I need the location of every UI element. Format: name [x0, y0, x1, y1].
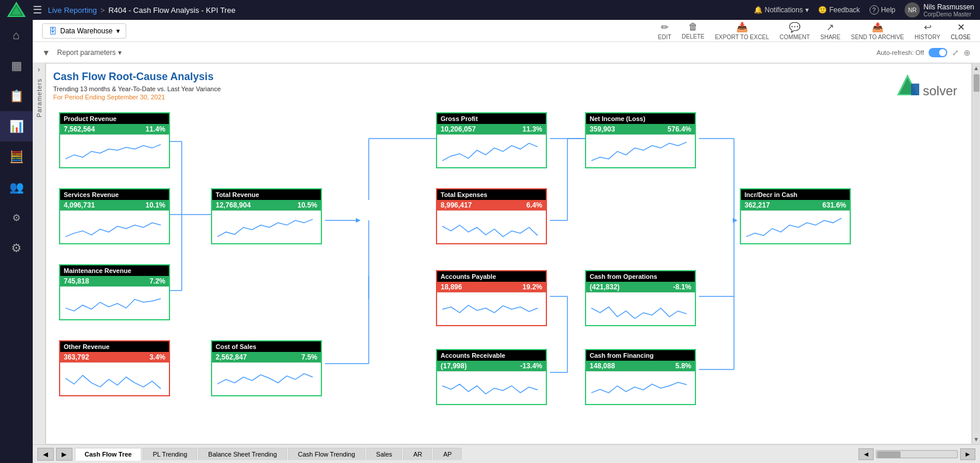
tab-nav-left[interactable]: ◄ — [37, 448, 54, 461]
maximize-icon[interactable]: ⊕ — [964, 48, 971, 57]
app-logo[interactable] — [6, 0, 27, 20]
kpi-title: Net Income (Loss) — [586, 113, 695, 124]
kpi-card-accounts-receivable[interactable]: Accounts Receivable (17,998) -13.4% — [436, 349, 547, 405]
kpi-values: (17,998) -13.4% — [437, 361, 546, 371]
kpi-card-cost-of-sales[interactable]: Cost of Sales 2,562,847 7.5% — [211, 340, 322, 396]
kpi-number: 7,562,564 — [64, 125, 95, 133]
kpi-tree: Product Revenue 7,562,564 11.4% — [53, 106, 860, 410]
kpi-card-product-revenue[interactable]: Product Revenue 7,562,564 11.4% — [59, 112, 170, 168]
kpi-values: 12,768,904 10.5% — [212, 200, 321, 210]
send-archive-button[interactable]: 📤 SEND TO ARCHIVE — [851, 22, 904, 40]
tab-pl-trending[interactable]: PL Trending — [143, 448, 197, 460]
tab-scroll-track[interactable] — [876, 450, 958, 458]
kpi-card-cash-from-operations[interactable]: Cash from Operations (421,832) -8.1% — [585, 270, 696, 326]
kpi-percent: 7.5% — [302, 353, 317, 361]
kpi-card-services-revenue[interactable]: Services Revenue 4,096,731 10.1% — [59, 188, 170, 244]
sidebar-item-users[interactable]: 👥 — [0, 172, 33, 202]
auto-refresh-toggle[interactable] — [929, 48, 947, 57]
sidebar-item-settings[interactable]: ⚙ — [0, 233, 33, 263]
help-nav-item[interactable]: ? Help — [870, 5, 896, 15]
kpi-number: 359,903 — [590, 125, 615, 133]
kpi-card-cash-from-financing[interactable]: Cash from Financing 148,088 5.8% — [585, 349, 696, 405]
tab-balance-sheet-trending[interactable]: Balance Sheet Trending — [198, 448, 286, 460]
delete-label: DELETE — [682, 33, 705, 40]
delete-button[interactable]: 🗑 DELETE — [682, 22, 705, 40]
hamburger-icon[interactable]: ☰ — [33, 4, 42, 16]
tab-scroll-right[interactable]: ► — [960, 448, 975, 460]
main-layout: ⌂ ▦ 📋 📊 🧮 👥 ⚙ ⚙ 🗄 Dat — [0, 20, 980, 463]
report-wrapper: › Parameters solver Cash Flow Root-Cause… — [33, 63, 980, 444]
sidebar-item-dashboard[interactable]: ▦ — [0, 50, 33, 81]
kpi-values: 7,562,564 11.4% — [60, 124, 169, 134]
tab-ap[interactable]: AP — [433, 448, 462, 460]
scroll-thumb[interactable] — [974, 74, 979, 92]
kpi-percent: 631.6% — [822, 201, 846, 209]
kpi-sparkline — [212, 362, 321, 395]
notifications-nav-item[interactable]: 🔔 Notifications ▾ — [754, 6, 809, 14]
kpi-card-net-income[interactable]: Net Income (Loss) 359,903 576.4% — [585, 112, 696, 168]
history-button[interactable]: ↩ HISTORY — [915, 22, 940, 40]
notifications-label: Notifications — [765, 6, 803, 14]
share-button[interactable]: ↗ SHARE — [820, 22, 840, 40]
sidebar-item-home[interactable]: ⌂ — [0, 20, 33, 50]
user-profile[interactable]: NR Nils Rasmussen CorpDemo Master — [905, 2, 974, 18]
tab-scroll-left[interactable]: ◄ — [858, 448, 874, 460]
kpi-number: 2,562,847 — [216, 353, 247, 361]
tab-ar[interactable]: AR — [403, 448, 432, 460]
analytics-icon: 📊 — [9, 119, 24, 133]
kpi-card-total-expenses[interactable]: Total Expenses 8,996,417 6.4% — [436, 188, 547, 244]
scroll-up-arrow[interactable]: ▲ — [974, 63, 979, 73]
report-params-button[interactable]: Report parameters ▾ — [57, 49, 122, 57]
tab-sales[interactable]: Sales — [366, 448, 403, 460]
kpi-percent: 3.4% — [150, 353, 165, 361]
kpi-card-other-revenue[interactable]: Other Revenue 363,792 3.4% — [59, 340, 170, 396]
bell-icon: 🔔 — [754, 6, 763, 14]
comment-icon: 💬 — [789, 22, 801, 33]
tab-cash-flow-tree[interactable]: Cash Flow Tree — [75, 448, 142, 461]
scroll-down-arrow[interactable]: ▼ — [974, 434, 979, 444]
kpi-title: Total Revenue — [212, 189, 321, 200]
kpi-percent: 10.5% — [297, 201, 317, 209]
close-button[interactable]: ✕ CLOSE — [951, 22, 971, 40]
export-excel-button[interactable]: 📥 EXPORT TO EXCEL — [715, 22, 769, 40]
kpi-card-maintenance-revenue[interactable]: Maintenance Revenue 745,818 7.2% — [59, 264, 170, 320]
comment-button[interactable]: 💬 COMMENT — [780, 22, 810, 40]
tab-cash-flow-trending[interactable]: Cash Flow Trending — [288, 448, 365, 460]
kpi-sparkline — [212, 210, 321, 243]
sidebar-item-components[interactable]: ⚙ — [0, 202, 33, 233]
user-name: Nils Rasmussen — [923, 3, 974, 11]
breadcrumb-home[interactable]: Live Reporting — [48, 6, 97, 15]
data-source-button[interactable]: 🗄 Data Warehouse ▾ — [42, 23, 126, 39]
scroll-track[interactable] — [974, 74, 979, 433]
kpi-card-incr-decr-cash[interactable]: Incr/Decr in Cash 362,217 631.6% — [740, 188, 851, 244]
kpi-number: 362,217 — [744, 201, 770, 209]
collapse-arrow[interactable]: › — [38, 65, 40, 74]
report-title: Cash Flow Root-Cause Analysis — [53, 71, 964, 83]
auto-refresh-container: Auto-refresh: Off ⤢ ⊕ — [877, 48, 971, 57]
solver-text: solver — [923, 84, 957, 99]
send-archive-label: SEND TO ARCHIVE — [851, 34, 904, 40]
kpi-percent: -8.1% — [673, 283, 691, 291]
kpi-title: Other Revenue — [60, 341, 169, 352]
vertical-scrollbar[interactable]: ▲ ▼ — [972, 63, 980, 444]
kpi-sparkline — [437, 292, 546, 325]
kpi-card-accounts-payable[interactable]: Accounts Payable 18,896 19.2% — [436, 270, 547, 326]
edit-button[interactable]: ✏ EDIT — [658, 22, 671, 40]
solver-logo-icon — [895, 73, 920, 99]
tab-nav-right[interactable]: ► — [56, 448, 72, 461]
sidebar-item-analytics[interactable]: 📊 — [0, 111, 33, 141]
kpi-card-gross-profit[interactable]: Gross Profit 10,206,057 11.3% — [436, 112, 547, 168]
kpi-sparkline — [741, 210, 850, 243]
feedback-nav-item[interactable]: 🙂 Feedback — [818, 6, 860, 14]
kpi-percent: 19.2% — [522, 283, 542, 291]
tab-scroll-area: ◄ ► — [858, 448, 975, 460]
expand-icon[interactable]: ⤢ — [952, 48, 959, 57]
excel-icon: 📥 — [736, 22, 748, 33]
breadcrumb-sep: > — [101, 6, 105, 15]
sidebar-item-calculator[interactable]: 🧮 — [0, 141, 33, 172]
kpi-card-total-revenue[interactable]: Total Revenue 12,768,904 10.5% — [211, 188, 322, 244]
trash-icon: 🗑 — [688, 22, 698, 32]
feedback-label: Feedback — [829, 6, 860, 14]
kpi-number: 8,996,417 — [441, 201, 472, 209]
sidebar-item-reports[interactable]: 📋 — [0, 81, 33, 111]
